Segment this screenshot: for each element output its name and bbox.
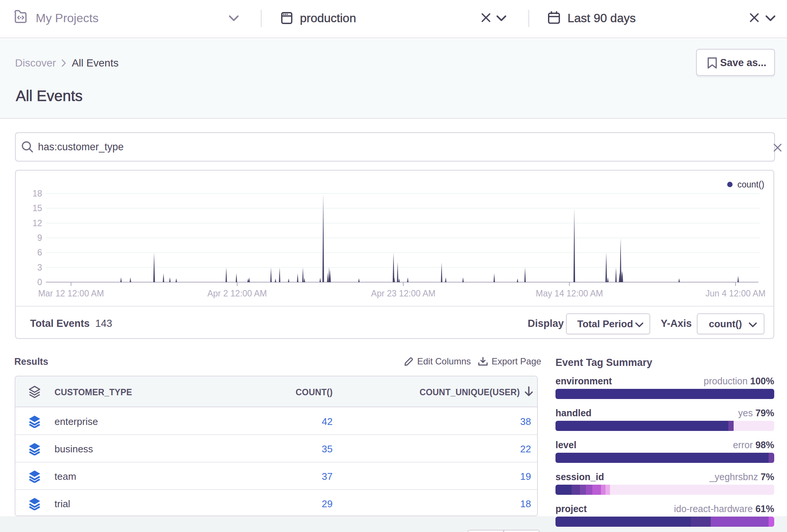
svg-text:May 14 12:00 AM: May 14 12:00 AM — [536, 289, 603, 298]
svg-text:15: 15 — [32, 203, 42, 213]
svg-text:12: 12 — [32, 218, 42, 228]
svg-text:3: 3 — [37, 263, 42, 272]
svg-text:Apr 2 12:00 AM: Apr 2 12:00 AM — [207, 289, 267, 298]
svg-text:0: 0 — [37, 277, 42, 287]
svg-text:count(): count() — [737, 180, 764, 189]
svg-text:Apr 23 12:00 AM: Apr 23 12:00 AM — [371, 289, 435, 298]
svg-text:Jun 4 12:00 AM: Jun 4 12:00 AM — [705, 289, 766, 298]
svg-text:6: 6 — [37, 248, 42, 257]
svg-text:9: 9 — [37, 233, 42, 243]
svg-text:Mar 12 12:00 AM: Mar 12 12:00 AM — [38, 289, 104, 298]
svg-text:18: 18 — [32, 189, 42, 198]
